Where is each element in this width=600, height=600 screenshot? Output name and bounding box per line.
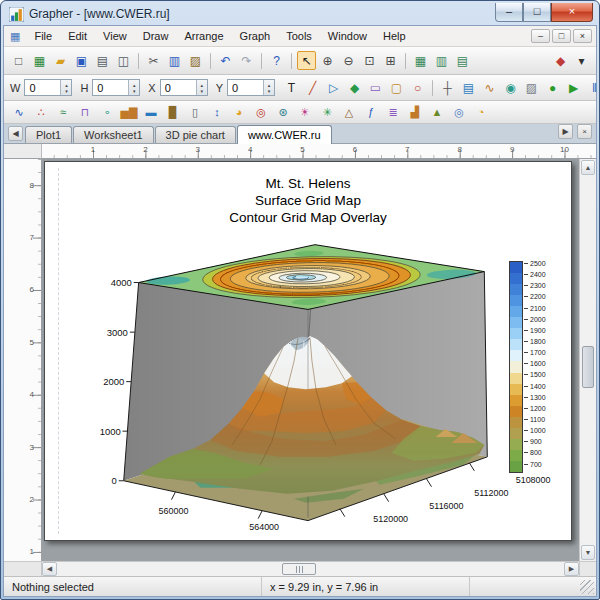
spinner[interactable]: ▴▾ — [263, 80, 274, 95]
rectangle-tool[interactable]: ▭ — [366, 78, 385, 97]
spin-down-icon[interactable]: ▾ — [268, 88, 271, 94]
pause-script[interactable]: ‖ — [585, 78, 600, 97]
3d-pie-chart[interactable]: ◔ — [471, 103, 491, 121]
scroll-right-icon[interactable]: ▶ — [564, 562, 579, 576]
floating-bar-chart[interactable]: ▯ — [185, 103, 205, 121]
print[interactable]: ▤ — [93, 51, 112, 70]
cut[interactable]: ✂ — [144, 51, 163, 70]
add-graph[interactable]: ∿ — [480, 78, 499, 97]
ternary-diagram[interactable]: △ — [339, 103, 359, 121]
surface-plot[interactable]: 4000 3000 2000 1000 0 560000 564000 — [45, 162, 571, 541]
tab-close-button[interactable]: × — [577, 124, 592, 139]
menu-item[interactable]: Edit — [60, 28, 95, 44]
3d-surface-map[interactable]: ▲ — [427, 103, 447, 121]
record-script[interactable]: ● — [543, 78, 562, 97]
horizontal-scroll-thumb[interactable] — [282, 563, 316, 575]
worksheet-view[interactable]: ▥ — [432, 51, 451, 70]
toolbar-options[interactable]: ▾ — [572, 51, 591, 70]
play-script[interactable]: ▶ — [564, 78, 583, 97]
digitize-tool[interactable]: ▨ — [522, 78, 541, 97]
mdi-minimize-button[interactable]: – — [531, 29, 550, 43]
zoom-page[interactable]: ⊞ — [381, 51, 400, 70]
stacked-bar-chart[interactable]: ▉ — [163, 103, 183, 121]
3d-bar-chart[interactable]: ▟ — [405, 103, 425, 121]
hi-low-close-plot[interactable]: ↕ — [207, 103, 227, 121]
new-plot[interactable]: □ — [9, 51, 28, 70]
toolbar-icon[interactable] — [432, 80, 433, 96]
undo[interactable]: ↶ — [216, 51, 235, 70]
spinner[interactable]: ▴▾ — [128, 80, 139, 95]
tab-scroll-left[interactable]: ◀ — [8, 126, 23, 141]
spin-down-icon[interactable]: ▾ — [200, 88, 203, 94]
zoom-window[interactable]: ⊡ — [360, 51, 379, 70]
rounded-rectangle-tool[interactable]: ▢ — [387, 78, 406, 97]
contour-map[interactable]: ◎ — [449, 103, 469, 121]
scroll-up-icon[interactable]: ▲ — [581, 160, 595, 175]
toolbar-icon[interactable] — [210, 53, 211, 69]
spinner[interactable]: ▴▾ — [60, 80, 71, 95]
minimize-button[interactable]: – — [495, 3, 523, 22]
spinner[interactable]: ▴▾ — [196, 80, 207, 95]
document-tab[interactable]: Worksheet1 — [73, 126, 154, 143]
horizontal-bar-chart[interactable]: ▬ — [141, 103, 161, 121]
step-plot[interactable]: ⊓ — [75, 103, 95, 121]
function-plot[interactable]: ƒ — [361, 103, 381, 121]
title-bar[interactable]: Grapher - [www.CWER.ru] – □ × — [3, 3, 597, 25]
mdi-close-button[interactable]: × — [573, 29, 592, 43]
vertical-scrollbar[interactable]: ▲ ▼ — [579, 159, 596, 561]
add-legend[interactable]: ▤ — [459, 78, 478, 97]
toolbar-icon[interactable] — [291, 53, 292, 69]
vertical-scroll-track[interactable] — [580, 176, 596, 544]
spin-down-icon[interactable]: ▾ — [65, 88, 68, 94]
toolbar-icon[interactable] — [261, 53, 262, 69]
toolbar-icon[interactable] — [405, 53, 406, 69]
line-plot[interactable]: ∿ — [9, 103, 29, 121]
print-preview[interactable]: ◫ — [114, 51, 133, 70]
document-tab[interactable]: 3D pie chart — [155, 126, 236, 143]
vertical-scroll-thumb[interactable] — [582, 346, 594, 388]
radar-plot[interactable]: ✳ — [317, 103, 337, 121]
grid-view[interactable]: ▦ — [411, 51, 430, 70]
drawing-canvas[interactable]: Mt. St. Helens Surface Grid Map Contour … — [42, 159, 579, 561]
polar-plot[interactable]: ⊛ — [273, 103, 293, 121]
zoom-out[interactable]: ⊖ — [339, 51, 358, 70]
select-pointer[interactable]: ↖ — [297, 51, 316, 70]
mdi-restore-button[interactable]: □ — [552, 29, 571, 43]
rose-diagram[interactable]: ☀ — [295, 103, 315, 121]
scroll-left-icon[interactable]: ◀ — [42, 562, 57, 576]
scatter-plot[interactable]: ∴ — [31, 103, 51, 121]
menu-item[interactable]: Window — [320, 28, 375, 44]
scroll-down-icon[interactable]: ▼ — [581, 545, 595, 560]
menu-item[interactable]: File — [26, 28, 60, 44]
object-manager[interactable]: ▤ — [453, 51, 472, 70]
resize-grip[interactable] — [580, 580, 594, 594]
plot-page[interactable]: Mt. St. Helens Surface Grid Map Contour … — [44, 161, 572, 541]
3d-ribbon-plot[interactable]: ≣ — [383, 103, 403, 121]
paste[interactable]: ▨ — [186, 51, 205, 70]
tab-scroll-right[interactable]: ▶ — [558, 124, 573, 139]
coordinate-input[interactable]: 0▴▾ — [160, 79, 208, 96]
coordinate-input[interactable]: 0▴▾ — [24, 79, 72, 96]
doughnut-plot[interactable]: ◎ — [251, 103, 271, 121]
save[interactable]: ▣ — [72, 51, 91, 70]
polygon-tool[interactable]: ▷ — [324, 78, 343, 97]
line-scatter-plot[interactable]: ≈ — [53, 103, 73, 121]
maximize-button[interactable]: □ — [523, 3, 551, 22]
help-pointer[interactable]: ? — [267, 51, 286, 70]
copy[interactable]: ▥ — [165, 51, 184, 70]
coordinate-input[interactable]: 0▴▾ — [227, 79, 275, 96]
pie-chart[interactable]: ◕ — [229, 103, 249, 121]
coordinate-input[interactable]: 0▴▾ — [92, 79, 140, 96]
new-worksheet[interactable]: ▦ — [30, 51, 49, 70]
document-tab[interactable]: Plot1 — [25, 126, 72, 143]
menu-item[interactable]: Help — [375, 28, 414, 44]
cwer-badge[interactable]: ◆ — [551, 51, 570, 70]
menu-item[interactable]: View — [95, 28, 135, 44]
text-tool[interactable]: T — [282, 78, 301, 97]
document-tab[interactable]: www.CWER.ru — [237, 125, 332, 144]
menu-item[interactable]: Draw — [135, 28, 177, 44]
horizontal-scroll-track[interactable] — [57, 562, 564, 576]
bubble-plot[interactable]: ∘ — [97, 103, 117, 121]
zoom-in[interactable]: ⊕ — [318, 51, 337, 70]
toolbar-icon[interactable] — [138, 53, 139, 69]
